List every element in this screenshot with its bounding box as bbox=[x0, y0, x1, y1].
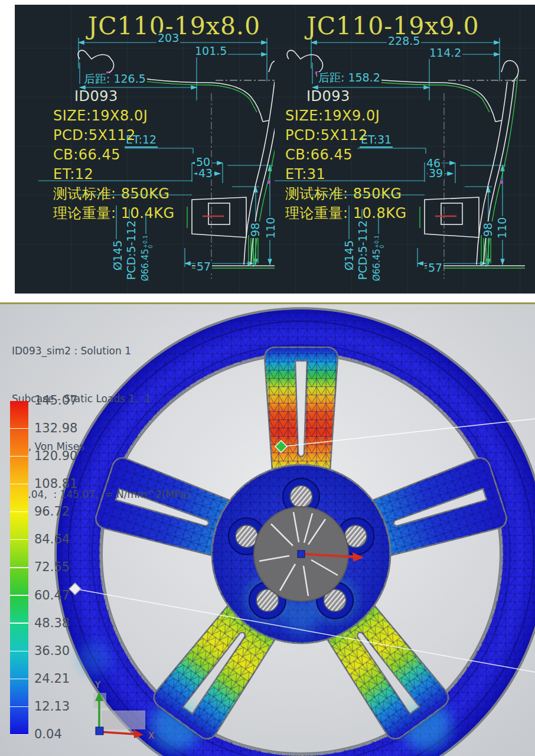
dim-hub-width: 57 bbox=[195, 261, 212, 273]
screenshot-root: JC110-19x8.0 203 101.5 后距: 126.5 ET:12 5… bbox=[0, 0, 535, 756]
dim-hub-diameter: Ø145 bbox=[344, 239, 355, 272]
spec-weight: 理论重量: 10.4KG bbox=[53, 204, 175, 223]
cad-drawing-panel: JC110-19x8.0 203 101.5 后距: 126.5 ET:12 5… bbox=[15, 5, 535, 294]
dim-pcd: PCD:5-112 bbox=[357, 219, 369, 281]
svg-text:Y: Y bbox=[94, 680, 101, 690]
legend-value: 108.81 bbox=[34, 477, 77, 491]
dim-hub-diameter: Ø145 bbox=[112, 239, 124, 272]
legend-value: 96.72 bbox=[34, 504, 70, 519]
wheel-section-19x8: JC110-19x8.0 203 101.5 后距: 126.5 ET:12 5… bbox=[15, 5, 275, 294]
legend-value: 145.07 bbox=[34, 393, 77, 408]
dim-center-bore: Ø66.45+0.10 bbox=[373, 234, 385, 282]
legend-value: 0.04 bbox=[34, 727, 62, 741]
fea-result-panel: ID093_sim2 : Solution 1 Subcase - Static… bbox=[0, 302, 535, 756]
spec-cb: CB:66.45 bbox=[53, 145, 175, 165]
spec-size: SIZE:19X8.0J bbox=[53, 106, 175, 126]
legend-value: 84.64 bbox=[34, 532, 70, 546]
legend-value: 36.30 bbox=[34, 644, 70, 658]
spec-id: ID093 bbox=[285, 87, 407, 106]
svg-text:X: X bbox=[148, 731, 154, 741]
legend-value: 48.38 bbox=[34, 616, 70, 630]
coordinate-triad: Y X bbox=[77, 675, 165, 746]
dim-inner-height: 98 bbox=[250, 221, 262, 238]
spec-id: ID093 bbox=[53, 87, 175, 106]
x-axis-arrow: X bbox=[99, 729, 154, 741]
hub-center-node bbox=[298, 550, 305, 558]
dim-lip-inner: 39 bbox=[428, 168, 444, 180]
dim-hub-width: 57 bbox=[427, 262, 443, 274]
legend-value: 60.47 bbox=[34, 588, 70, 602]
spec-block: ID093 SIZE:19X9.0J PCD:5X112 CB:66.45 ET… bbox=[285, 87, 407, 223]
origin-node bbox=[96, 727, 103, 735]
dim-rear-spacing: 后距: 158.2 bbox=[317, 72, 381, 84]
spec-et: ET:31 bbox=[285, 165, 407, 184]
legend-value: 120.90 bbox=[34, 449, 77, 463]
spec-test: 测试标准: 850KG bbox=[285, 184, 407, 204]
legend-value: 12.13 bbox=[34, 699, 70, 713]
spec-et: ET:12 bbox=[53, 165, 175, 184]
spec-cb: CB:66.45 bbox=[285, 145, 407, 165]
dim-center-bore: Ø66.45+0.10 bbox=[141, 234, 154, 282]
dim-overall-width: 228.5 bbox=[387, 35, 421, 47]
spec-test: 测试标准: 850KG bbox=[53, 184, 175, 204]
dim-pcd: PCD:5-112 bbox=[126, 219, 138, 281]
spec-size: SIZE:19X9.0J bbox=[285, 106, 407, 126]
stress-colorbar bbox=[10, 401, 28, 735]
hub bbox=[212, 465, 390, 643]
spec-pcd: PCD:5X112 bbox=[53, 126, 175, 145]
solution-title: ID093_sim2 : Solution 1 bbox=[12, 343, 190, 359]
dim-rear-spacing: 后距: 126.5 bbox=[83, 73, 147, 85]
dim-height: 110 bbox=[497, 216, 508, 240]
dim-overall-width: 203 bbox=[156, 32, 180, 44]
dim-lip-inner: 43 bbox=[197, 168, 214, 180]
spec-pcd: PCD:5X112 bbox=[285, 126, 407, 145]
spec-weight: 理论重量: 10.8KG bbox=[285, 204, 407, 223]
dim-inner-height: 98 bbox=[482, 221, 494, 238]
dim-half-width: 101.5 bbox=[194, 45, 228, 57]
legend-value: 24.21 bbox=[34, 672, 70, 686]
wheel-section-19x9: JC110-19x9.0 228.5 114.2 后距: 158.2 ET:31… bbox=[275, 5, 535, 294]
legend-value: 72.55 bbox=[34, 560, 70, 574]
dim-half-width: 114.2 bbox=[428, 47, 462, 59]
spec-block: ID093 SIZE:19X8.0J PCD:5X112 CB:66.45 ET… bbox=[53, 87, 175, 223]
legend-value: 132.98 bbox=[34, 421, 77, 435]
